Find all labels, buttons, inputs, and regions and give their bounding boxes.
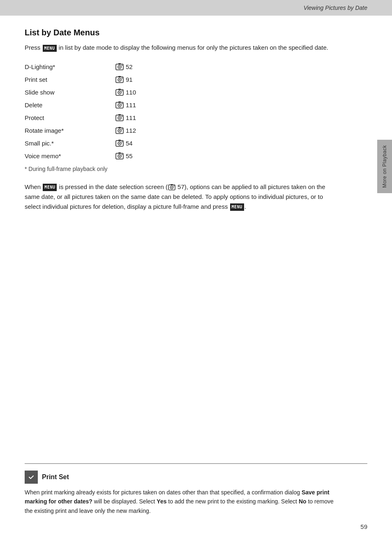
svg-rect-13 xyxy=(118,89,121,90)
note-body: When print marking already exists for pi… xyxy=(25,488,337,515)
menu-ref-dlighting: 52 xyxy=(115,62,133,72)
svg-point-17 xyxy=(119,104,120,106)
menu-icon-protect xyxy=(115,113,124,122)
menu-row-smallpic: Small pic.* 54 xyxy=(25,138,329,149)
menu-label-rotate: Rotate image* xyxy=(25,127,115,134)
svg-rect-38 xyxy=(118,152,121,154)
menu-tag-body2: MENU xyxy=(230,203,244,211)
menu-icon-delete xyxy=(115,101,124,110)
menu-ref-smallpic: 54 xyxy=(115,139,133,148)
svg-point-24 xyxy=(122,115,122,116)
menu-label-dlighting: D-Lighting* xyxy=(25,63,115,70)
note-header: Print Set xyxy=(25,471,367,484)
menu-tag-intro: MENU xyxy=(43,45,57,52)
svg-point-2 xyxy=(119,66,120,67)
menu-icon-dlighting xyxy=(115,62,124,72)
svg-point-34 xyxy=(122,141,122,142)
svg-rect-43 xyxy=(171,184,173,185)
svg-point-12 xyxy=(119,92,120,93)
inline-ref-icon xyxy=(168,184,175,191)
menu-label-delete: Delete xyxy=(25,102,115,108)
svg-rect-23 xyxy=(118,114,121,115)
menu-icon-slideshow xyxy=(115,88,124,97)
note-box: Print Set When print marking already exi… xyxy=(25,463,367,515)
sidebar-tab-label: More on Playback xyxy=(382,145,387,188)
menu-row-voicememo: Voice memo* 55 xyxy=(25,151,329,162)
note-title: Print Set xyxy=(42,473,69,481)
svg-point-32 xyxy=(119,143,120,144)
svg-point-19 xyxy=(122,103,122,104)
menu-label-smallpic: Small pic.* xyxy=(25,140,115,147)
svg-point-7 xyxy=(119,79,120,80)
menu-ref-slideshow: 110 xyxy=(115,88,136,97)
svg-point-42 xyxy=(171,187,173,188)
svg-point-37 xyxy=(119,155,120,157)
menu-ref-rotate: 112 xyxy=(115,126,136,135)
menu-row-delete: Delete 111 xyxy=(25,100,329,111)
svg-point-22 xyxy=(119,117,120,118)
menu-row-rotate: Rotate image* 112 xyxy=(25,125,329,136)
header-title: Viewing Pictures by Date xyxy=(304,5,367,11)
body-para: When MENU is pressed in the date selecti… xyxy=(25,182,329,212)
menu-label-slideshow: Slide show xyxy=(25,89,115,96)
section-heading: List by Date Menus xyxy=(25,28,329,37)
svg-point-4 xyxy=(122,65,122,65)
menu-label-protect: Protect xyxy=(25,114,115,121)
svg-point-29 xyxy=(122,128,122,129)
menu-row-protect: Protect 111 xyxy=(25,113,329,123)
menu-row-slideshow: Slide show 110 xyxy=(25,87,329,98)
svg-point-44 xyxy=(173,185,174,186)
menu-tag-body1: MENU xyxy=(43,184,57,191)
svg-point-27 xyxy=(119,130,120,131)
page-number: 59 xyxy=(360,523,367,530)
menu-ref-printset: 91 xyxy=(115,75,133,84)
menu-ref-protect: 111 xyxy=(115,113,136,122)
menu-icon-printset xyxy=(115,75,124,84)
menu-icon-smallpic xyxy=(115,139,124,148)
menu-icon-voicememo xyxy=(115,152,124,161)
menu-icon-rotate xyxy=(115,126,124,135)
menu-ref-delete: 111 xyxy=(115,101,136,110)
header-bar: Viewing Pictures by Date xyxy=(0,0,392,16)
svg-rect-33 xyxy=(118,140,121,141)
svg-point-9 xyxy=(122,77,122,78)
main-content: List by Date Menus Press MENU in list by… xyxy=(0,16,353,235)
menu-ref-voicememo: 55 xyxy=(115,152,133,161)
sidebar-tab: More on Playback xyxy=(377,140,392,193)
svg-point-14 xyxy=(122,90,122,91)
intro-text: Press MENU in list by date mode to displ… xyxy=(25,43,329,53)
svg-rect-3 xyxy=(118,63,121,65)
svg-point-39 xyxy=(122,154,122,155)
svg-rect-18 xyxy=(118,102,121,103)
menu-list: D-Lighting* 52 Print set xyxy=(25,62,329,162)
svg-rect-8 xyxy=(118,76,121,77)
menu-label-voicememo: Voice memo* xyxy=(25,152,115,159)
svg-rect-28 xyxy=(118,127,121,128)
menu-label-printset: Print set xyxy=(25,76,115,83)
note-icon xyxy=(25,471,38,484)
menu-row-dlighting: D-Lighting* 52 xyxy=(25,62,329,72)
footnote: * During full-frame playback only xyxy=(25,166,329,172)
menu-row-printset: Print set 91 xyxy=(25,74,329,85)
